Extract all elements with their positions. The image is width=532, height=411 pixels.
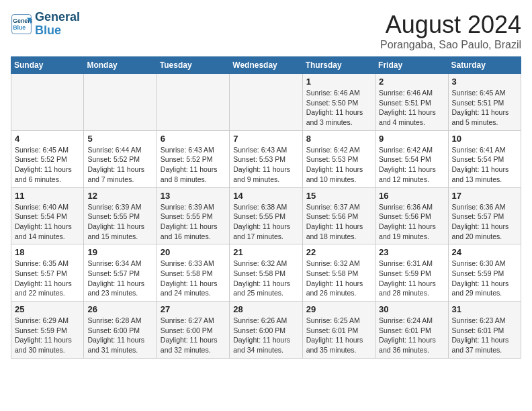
- day-number: 2: [379, 77, 444, 87]
- week-row-5: 25Sunrise: 6:29 AM Sunset: 5:59 PM Dayli…: [11, 302, 521, 359]
- day-number: 24: [452, 247, 517, 257]
- day-number: 28: [233, 304, 298, 314]
- logo-blue: Blue: [35, 24, 80, 38]
- calendar-cell: [11, 74, 84, 131]
- day-number: 13: [161, 191, 226, 201]
- calendar-cell: 31Sunrise: 6:23 AM Sunset: 6:01 PM Dayli…: [448, 302, 521, 359]
- day-number: 11: [15, 191, 80, 201]
- calendar-cell: 14Sunrise: 6:38 AM Sunset: 5:55 PM Dayli…: [230, 187, 302, 244]
- calendar-cell: 1Sunrise: 6:46 AM Sunset: 5:50 PM Daylig…: [302, 74, 375, 131]
- calendar-cell: 25Sunrise: 6:29 AM Sunset: 5:59 PM Dayli…: [11, 302, 84, 359]
- calendar-cell: 5Sunrise: 6:44 AM Sunset: 5:52 PM Daylig…: [84, 130, 157, 187]
- logo: General Blue General Blue: [11, 11, 80, 38]
- day-number: 12: [87, 191, 152, 201]
- calendar-cell: 28Sunrise: 6:26 AM Sunset: 6:00 PM Dayli…: [230, 302, 302, 359]
- calendar-body: 1Sunrise: 6:46 AM Sunset: 5:50 PM Daylig…: [11, 74, 521, 359]
- calendar-cell: 3Sunrise: 6:45 AM Sunset: 5:51 PM Daylig…: [448, 74, 521, 131]
- week-row-4: 18Sunrise: 6:35 AM Sunset: 5:57 PM Dayli…: [11, 244, 521, 302]
- column-header-thursday: Thursday: [302, 57, 375, 74]
- day-info: Sunrise: 6:41 AM Sunset: 5:54 PM Dayligh…: [452, 145, 517, 185]
- column-header-saturday: Saturday: [448, 57, 521, 74]
- day-info: Sunrise: 6:29 AM Sunset: 5:59 PM Dayligh…: [15, 316, 80, 355]
- day-info: Sunrise: 6:37 AM Sunset: 5:56 PM Dayligh…: [306, 202, 371, 242]
- day-info: Sunrise: 6:46 AM Sunset: 5:51 PM Dayligh…: [379, 88, 444, 128]
- day-info: Sunrise: 6:45 AM Sunset: 5:51 PM Dayligh…: [452, 88, 517, 128]
- day-info: Sunrise: 6:40 AM Sunset: 5:54 PM Dayligh…: [15, 202, 80, 242]
- column-header-wednesday: Wednesday: [230, 57, 302, 74]
- week-row-1: 1Sunrise: 6:46 AM Sunset: 5:50 PM Daylig…: [11, 74, 521, 131]
- column-header-sunday: Sunday: [11, 57, 84, 74]
- calendar-cell: 6Sunrise: 6:43 AM Sunset: 5:52 PM Daylig…: [157, 130, 229, 187]
- day-info: Sunrise: 6:42 AM Sunset: 5:53 PM Dayligh…: [306, 145, 371, 185]
- calendar-cell: [84, 74, 157, 131]
- day-info: Sunrise: 6:45 AM Sunset: 5:52 PM Dayligh…: [15, 145, 80, 185]
- column-header-monday: Monday: [84, 57, 157, 74]
- day-number: 25: [15, 304, 80, 314]
- column-header-tuesday: Tuesday: [157, 57, 229, 74]
- day-number: 7: [233, 134, 298, 144]
- week-row-3: 11Sunrise: 6:40 AM Sunset: 5:54 PM Dayli…: [11, 187, 521, 244]
- calendar-cell: 26Sunrise: 6:28 AM Sunset: 6:00 PM Dayli…: [84, 302, 157, 359]
- day-number: 23: [379, 247, 444, 257]
- day-number: 18: [15, 247, 80, 257]
- day-info: Sunrise: 6:33 AM Sunset: 5:58 PM Dayligh…: [161, 259, 226, 298]
- calendar-cell: 16Sunrise: 6:36 AM Sunset: 5:56 PM Dayli…: [375, 187, 448, 244]
- day-info: Sunrise: 6:39 AM Sunset: 5:55 PM Dayligh…: [87, 202, 152, 242]
- day-info: Sunrise: 6:46 AM Sunset: 5:50 PM Dayligh…: [306, 88, 371, 128]
- calendar-cell: 23Sunrise: 6:31 AM Sunset: 5:59 PM Dayli…: [375, 244, 448, 302]
- day-info: Sunrise: 6:38 AM Sunset: 5:55 PM Dayligh…: [233, 202, 298, 242]
- day-number: 26: [87, 304, 152, 314]
- day-info: Sunrise: 6:43 AM Sunset: 5:52 PM Dayligh…: [161, 145, 226, 185]
- day-info: Sunrise: 6:34 AM Sunset: 5:57 PM Dayligh…: [87, 259, 152, 298]
- day-number: 31: [452, 304, 517, 314]
- calendar-cell: 24Sunrise: 6:30 AM Sunset: 5:59 PM Dayli…: [448, 244, 521, 302]
- calendar-cell: 17Sunrise: 6:36 AM Sunset: 5:57 PM Dayli…: [448, 187, 521, 244]
- day-info: Sunrise: 6:36 AM Sunset: 5:56 PM Dayligh…: [379, 202, 444, 242]
- calendar-cell: 22Sunrise: 6:32 AM Sunset: 5:58 PM Dayli…: [302, 244, 375, 302]
- day-number: 30: [379, 304, 444, 314]
- day-info: Sunrise: 6:25 AM Sunset: 6:01 PM Dayligh…: [306, 316, 371, 355]
- day-number: 14: [233, 191, 298, 201]
- day-number: 3: [452, 77, 517, 87]
- day-info: Sunrise: 6:44 AM Sunset: 5:52 PM Dayligh…: [87, 145, 152, 185]
- calendar-header: SundayMondayTuesdayWednesdayThursdayFrid…: [11, 57, 521, 74]
- day-number: 29: [306, 304, 371, 314]
- calendar-cell: 8Sunrise: 6:42 AM Sunset: 5:53 PM Daylig…: [302, 130, 375, 187]
- day-number: 8: [306, 134, 371, 144]
- calendar-cell: 11Sunrise: 6:40 AM Sunset: 5:54 PM Dayli…: [11, 187, 84, 244]
- svg-text:Blue: Blue: [13, 24, 26, 31]
- day-info: Sunrise: 6:26 AM Sunset: 6:00 PM Dayligh…: [233, 316, 298, 355]
- column-header-friday: Friday: [375, 57, 448, 74]
- day-number: 4: [15, 134, 80, 144]
- page-header: General Blue General Blue August 2024 Po…: [11, 11, 521, 51]
- calendar-cell: 10Sunrise: 6:41 AM Sunset: 5:54 PM Dayli…: [448, 130, 521, 187]
- day-info: Sunrise: 6:32 AM Sunset: 5:58 PM Dayligh…: [233, 259, 298, 298]
- calendar-cell: 9Sunrise: 6:42 AM Sunset: 5:54 PM Daylig…: [375, 130, 448, 187]
- calendar-cell: 30Sunrise: 6:24 AM Sunset: 6:01 PM Dayli…: [375, 302, 448, 359]
- header-row: SundayMondayTuesdayWednesdayThursdayFrid…: [11, 57, 521, 74]
- calendar-cell: 12Sunrise: 6:39 AM Sunset: 5:55 PM Dayli…: [84, 187, 157, 244]
- week-row-2: 4Sunrise: 6:45 AM Sunset: 5:52 PM Daylig…: [11, 130, 521, 187]
- day-info: Sunrise: 6:27 AM Sunset: 6:00 PM Dayligh…: [161, 316, 226, 355]
- day-info: Sunrise: 6:43 AM Sunset: 5:53 PM Dayligh…: [233, 145, 298, 185]
- day-info: Sunrise: 6:28 AM Sunset: 6:00 PM Dayligh…: [87, 316, 152, 355]
- day-number: 1: [306, 77, 371, 87]
- day-info: Sunrise: 6:36 AM Sunset: 5:57 PM Dayligh…: [452, 202, 517, 242]
- day-number: 21: [233, 247, 298, 257]
- day-info: Sunrise: 6:32 AM Sunset: 5:58 PM Dayligh…: [306, 259, 371, 298]
- calendar-cell: 21Sunrise: 6:32 AM Sunset: 5:58 PM Dayli…: [230, 244, 302, 302]
- day-number: 16: [379, 191, 444, 201]
- day-number: 20: [161, 247, 226, 257]
- calendar-cell: 13Sunrise: 6:39 AM Sunset: 5:55 PM Dayli…: [157, 187, 229, 244]
- calendar-cell: 20Sunrise: 6:33 AM Sunset: 5:58 PM Dayli…: [157, 244, 229, 302]
- day-number: 5: [87, 134, 152, 144]
- day-info: Sunrise: 6:39 AM Sunset: 5:55 PM Dayligh…: [161, 202, 226, 242]
- day-number: 15: [306, 191, 371, 201]
- calendar-cell: 19Sunrise: 6:34 AM Sunset: 5:57 PM Dayli…: [84, 244, 157, 302]
- day-number: 6: [161, 134, 226, 144]
- calendar-cell: 29Sunrise: 6:25 AM Sunset: 6:01 PM Dayli…: [302, 302, 375, 359]
- calendar-cell: [157, 74, 229, 131]
- month-year: August 2024: [380, 11, 521, 39]
- day-info: Sunrise: 6:35 AM Sunset: 5:57 PM Dayligh…: [15, 259, 80, 298]
- day-info: Sunrise: 6:23 AM Sunset: 6:01 PM Dayligh…: [452, 316, 517, 355]
